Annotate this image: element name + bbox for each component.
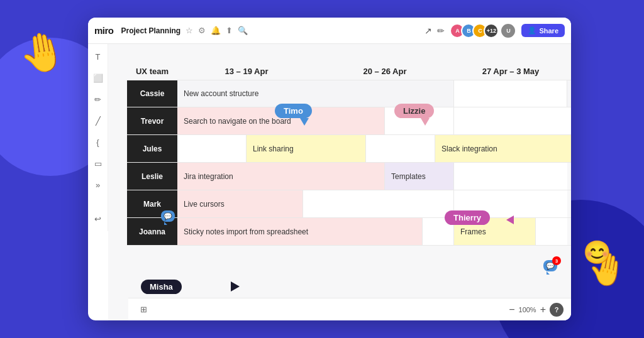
cell-trevor-2 [385,107,454,134]
cell-joanna-3: Frames [454,218,536,245]
col-header-week1: 13 – 19 Apr [177,63,316,80]
cell-trevor-1: Search to navigate on the board [177,107,385,134]
topbar: miro Project Planning ☆ ⚙ 🔔 ⬆ 🔍 ↗ ✏ A B … [88,18,571,44]
row-label-trevor: Trevor [127,107,177,134]
col-header-ux: UX team [127,63,177,80]
cell-leslie-3 [454,163,567,190]
zoom-out-button[interactable]: − [509,304,514,315]
cell-jules-4: Slack integration [435,135,571,162]
row-cells-cassie: New account structure New account [177,80,571,107]
star-icon[interactable]: ☆ [186,26,193,35]
app-logo: miro [94,25,114,36]
bell-icon[interactable]: 🔔 [211,26,221,35]
chat-count: 3 [552,256,561,265]
col-header-week2: 20 – 26 Apr [316,63,454,80]
board: UX team 13 – 19 Apr 20 – 26 Apr 27 Apr –… [127,63,571,246]
col-header-week3: 27 Apr – 3 May [454,63,567,80]
shape-tool[interactable]: ⬜ [91,70,106,85]
row-label-cassie: Cassie [127,80,177,107]
avatar-group: A B C +12 [450,23,499,38]
row-label-joanna: Joanna [127,218,177,245]
cursor-icon[interactable]: ↗ [425,26,432,36]
row-cells-joanna: Sticky notes import from spreadsheet Fra… [177,218,571,245]
cell-joanna-4 [536,218,567,245]
zoom-in-button[interactable]: + [540,304,546,315]
row-label-jules: Jules [127,135,177,162]
text-tool[interactable]: T [91,49,106,64]
column-headers: UX team 13 – 19 Apr 20 – 26 Apr 27 Apr –… [177,63,571,80]
row-cells-trevor: Search to navigate on the board [177,107,571,134]
cell-mark-1: Live cursors [177,190,303,217]
main-window: miro Project Planning ☆ ⚙ 🔔 ⬆ 🔍 ↗ ✏ A B … [88,18,571,320]
share-icon: 👤 [528,26,536,35]
cell-joanna-1: Sticky notes import from spreadsheet [177,218,423,245]
table-row: Jules Link sharing Slack integration [127,135,571,163]
zoom-level: 100% [519,306,536,313]
share-label: Share [539,27,558,35]
cell-cassie-1: New account structure [177,80,454,107]
chat-bubble-1[interactable]: 💬 [161,210,175,222]
cell-joanna-2 [423,218,454,245]
table-row: Leslie Jira integration Templates [127,163,571,190]
pen-icon[interactable]: ✏ [437,26,445,36]
table-row: Cassie New account structure New account [127,80,571,107]
table-row: Joanna Sticky notes import from spreadsh… [127,218,571,246]
help-button[interactable]: ? [550,303,564,317]
share-button[interactable]: 👤 Share [521,24,565,37]
project-title: Project Planning [121,26,181,35]
cell-jules-2: Link sharing [247,135,366,162]
row-cells-mark: Live cursors [177,190,571,217]
canvas: UX team 13 – 19 Apr 20 – 26 Apr 27 Apr –… [108,44,571,320]
avatar-count: +12 [484,23,499,38]
left-toolbar: T ⬜ ✏ ╱ { ▭ » ↩ [88,44,108,231]
user-avatar: U [500,23,516,39]
grid-icon[interactable]: ⊞ [136,302,151,317]
cell-mark-3 [454,190,567,217]
cell-leslie-2: Templates [385,163,454,190]
row-cells-jules: Link sharing Slack integration [177,135,571,162]
cell-cassie-3: New account [567,80,571,107]
table-row: Trevor Search to navigate on the board [127,107,571,135]
row-cells-leslie: Jira integration Templates [177,163,571,190]
cell-jules-1 [177,135,247,162]
cell-mark-2 [303,190,454,217]
misha-name: Misha [150,282,173,292]
topbar-right: ↗ ✏ A B C +12 U 👤 Share [425,23,565,39]
line-tool[interactable]: ╱ [91,113,106,128]
chat-bubble-2[interactable]: 💬 3 [543,260,557,271]
frame-tool[interactable]: ▭ [91,156,106,171]
table-row: Mark Live cursors [127,190,571,218]
board-rows: Cassie New account structure New account… [127,80,571,246]
row-label-leslie: Leslie [127,163,177,190]
cursor-label-misha: Misha [141,280,182,294]
settings-icon[interactable]: ⚙ [198,26,206,35]
zoom-controls: − 100% + ? [509,303,564,317]
cell-cassie-2 [454,80,567,107]
cell-trevor-3 [454,107,571,134]
chat-icon-1: 💬 [164,212,172,221]
bottom-bar: ⊞ − 100% + ? [128,298,571,320]
pen-tool[interactable]: ✏ [91,92,106,107]
export-icon[interactable]: ⬆ [226,26,233,35]
undo-tool[interactable]: ↩ [91,211,106,226]
search-icon[interactable]: 🔍 [238,26,248,35]
cell-leslie-1: Jira integration [177,163,385,190]
cell-jules-3 [366,135,435,162]
more-tool[interactable]: » [91,177,106,192]
bracket-tool[interactable]: { [91,134,106,150]
